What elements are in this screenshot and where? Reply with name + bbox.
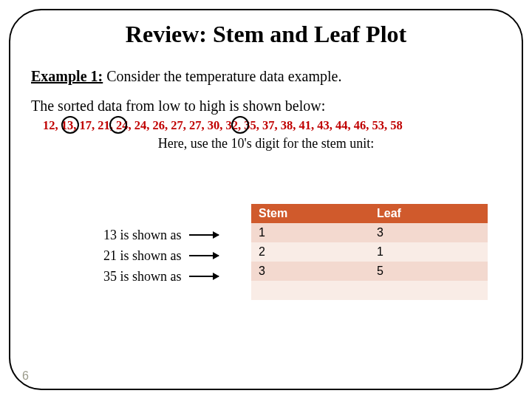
table-row	[251, 281, 488, 300]
shown-text-13: 13 is shown as	[103, 225, 182, 245]
table-header-row: Stem Leaf	[251, 204, 488, 223]
example-label: Example 1:	[31, 68, 103, 84]
arrow-icon	[189, 234, 219, 236]
header-leaf: Leaf	[369, 204, 488, 223]
example-line: Example 1: Consider the temperature data…	[31, 68, 341, 85]
shown-as-block: 13 is shown as 21 is shown as 35 is show…	[103, 225, 226, 287]
slide: Review: Stem and Leaf Plot Example 1: Co…	[0, 0, 532, 399]
shown-row-35: 35 is shown as	[103, 266, 226, 287]
slide-title: Review: Stem and Leaf Plot	[0, 21, 532, 48]
cell-leaf: 1	[369, 242, 488, 262]
table-row: 1 3	[251, 223, 488, 242]
header-stem: Stem	[251, 204, 369, 223]
arrow-icon	[189, 255, 219, 256]
stem-instruction: Here, use the 10's digit for the stem un…	[0, 136, 532, 151]
circle-35	[231, 116, 249, 134]
slide-frame	[9, 9, 523, 390]
shown-text-35: 35 is shown as	[103, 266, 182, 287]
stem-leaf-table: Stem Leaf 1 3 2 1 3 5	[251, 204, 488, 300]
arrow-icon	[189, 276, 219, 277]
page-number: 6	[22, 369, 29, 383]
circle-13	[61, 116, 79, 134]
cell-stem: 1	[251, 223, 369, 242]
example-text: Consider the temperature data example.	[103, 68, 341, 84]
data-values: 12, 13, 17, 21, 24, 24, 26, 27, 27, 30, …	[43, 118, 403, 133]
cell-stem: 2	[251, 242, 369, 262]
shown-text-21: 21 is shown as	[103, 245, 182, 266]
cell-leaf: 5	[369, 262, 488, 281]
shown-row-13: 13 is shown as	[103, 225, 226, 245]
circle-21	[109, 116, 127, 134]
table-row: 3 5	[251, 262, 488, 281]
sorted-intro: The sorted data from low to high is show…	[31, 98, 325, 115]
cell-leaf: 3	[369, 223, 488, 242]
table-row: 2 1	[251, 242, 488, 262]
cell-leaf	[369, 281, 488, 300]
cell-stem	[251, 281, 369, 300]
shown-row-21: 21 is shown as	[103, 245, 226, 266]
cell-stem: 3	[251, 262, 369, 281]
